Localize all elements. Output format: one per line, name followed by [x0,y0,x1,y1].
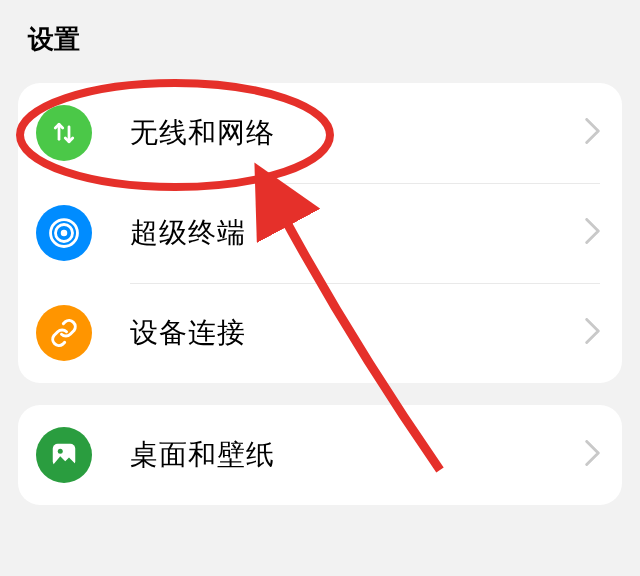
row-label: 设备连接 [130,314,585,352]
link-icon [36,305,92,361]
chevron-right-icon [585,118,600,148]
row-desktop-wallpaper[interactable]: 桌面和壁纸 [18,405,622,505]
chevron-right-icon [585,440,600,470]
super-device-icon [36,205,92,261]
row-super-device[interactable]: 超级终端 [18,183,622,283]
svg-point-4 [58,449,63,454]
chevron-right-icon [585,218,600,248]
page-title: 设置 [0,0,640,75]
wallpaper-icon [36,427,92,483]
row-label: 无线和网络 [130,114,585,152]
settings-group-1: 无线和网络 超级终端 设备连接 [18,83,622,383]
network-icon [36,105,92,161]
row-label: 超级终端 [130,214,585,252]
chevron-right-icon [585,318,600,348]
row-label: 桌面和壁纸 [130,436,585,474]
settings-group-2: 桌面和壁纸 [18,405,622,505]
row-wireless-network[interactable]: 无线和网络 [18,83,622,183]
svg-point-0 [61,230,68,237]
row-device-connection[interactable]: 设备连接 [18,283,622,383]
